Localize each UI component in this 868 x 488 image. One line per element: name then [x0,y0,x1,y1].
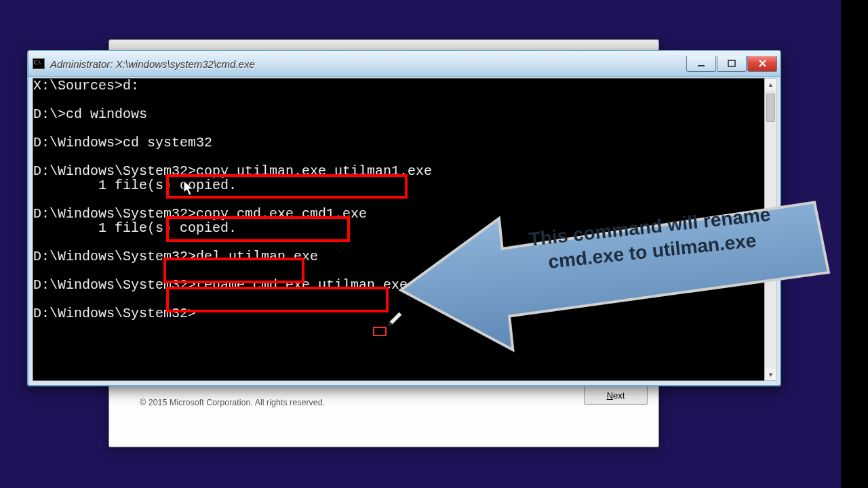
setup-footer: © 2015 Microsoft Corporation. All rights… [109,386,658,447]
scroll-down-arrow[interactable]: ▼ [765,369,776,380]
highlight-box-3 [163,258,304,283]
minimize-icon [697,60,705,68]
terminal-output[interactable]: X:\Sources>d: D:\>cd windows D:\Windows>… [33,78,766,381]
draw-preview-box [373,327,387,336]
close-button[interactable] [747,56,777,72]
highlight-box-2 [166,216,350,242]
vertical-scrollbar[interactable]: ▲ ▼ [764,78,777,381]
cmd-titlebar[interactable]: Administrator: X:\windows\system32\cmd.e… [28,51,780,77]
close-icon [758,59,767,68]
cmd-window: Administrator: X:\windows\system32\cmd.e… [27,50,781,386]
cmd-title: Administrator: X:\windows\system32\cmd.e… [50,58,686,70]
window-controls [686,56,777,72]
scroll-up-arrow[interactable]: ▲ [765,79,776,90]
copyright-text: © 2015 Microsoft Corporation. All rights… [140,398,325,407]
highlight-box-4 [166,287,389,312]
highlight-box-1 [166,174,408,199]
svg-rect-1 [728,60,735,66]
cmd-icon [33,58,45,69]
next-button[interactable]: Next [584,386,648,405]
maximize-icon [728,60,736,68]
minimize-button[interactable] [686,56,716,72]
svg-rect-0 [698,65,705,66]
maximize-button[interactable] [717,56,747,72]
scroll-thumb[interactable] [766,94,775,122]
letterbox-bar [841,0,868,488]
terminal-text: X:\Sources>d: D:\>cd windows D:\Windows>… [33,79,765,321]
